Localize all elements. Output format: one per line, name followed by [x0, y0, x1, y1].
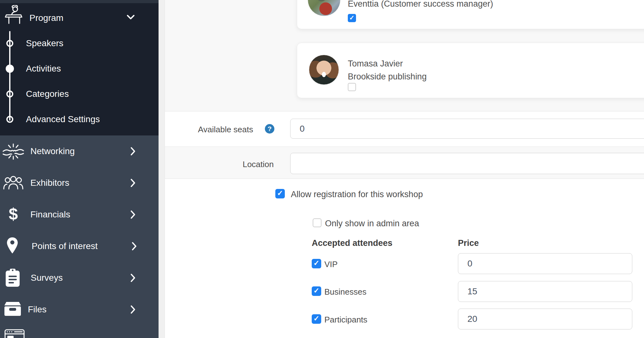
location-input[interactable] [290, 153, 644, 174]
dollar-icon: $ [4, 205, 22, 223]
sidebar-item-activities[interactable]: Activities [26, 64, 61, 74]
browser-window-icon [4, 329, 25, 338]
timeline-dot-categories [6, 91, 13, 97]
sidebar-item-surveys[interactable]: Surveys [31, 273, 63, 283]
chevron-right-icon[interactable] [130, 147, 135, 157]
chevron-right-icon[interactable] [130, 305, 135, 315]
people-group-icon [3, 175, 23, 192]
speaker-company: Brookside publishing [348, 72, 427, 82]
sidebar-item-networking[interactable]: Networking [30, 146, 75, 156]
sidebar-item-financials[interactable]: Financials [30, 210, 70, 220]
chevron-right-icon[interactable] [132, 242, 137, 252]
vip-label: VIP [324, 260, 338, 269]
timeline-dot-advanced-settings [6, 116, 13, 123]
allow-registration-label: Allow registration for this workshop [291, 190, 423, 199]
businesses-label: Businesses [324, 287, 366, 297]
archive-box-icon [4, 301, 22, 318]
available-seats-label: Available seats [184, 125, 253, 135]
participants-label: Participants [324, 315, 367, 325]
only-admin-label: Only show in admin area [325, 219, 419, 228]
location-label: Location [210, 160, 274, 169]
vip-price-input[interactable] [458, 253, 632, 274]
speaker-card-tomasa[interactable]: Tomasa Javier Brookside publishing [297, 43, 644, 98]
participants-checkbox[interactable] [312, 314, 321, 324]
timeline-dot-activities-active [6, 65, 14, 73]
main-content: Eventtia (Customer success manager) Toma… [165, 0, 644, 338]
speaker-name: Eventtia (Customer success manager) [348, 0, 493, 9]
content-gutter [159, 0, 165, 338]
speaker-select-checkbox[interactable] [348, 83, 356, 91]
only-admin-checkbox[interactable] [313, 218, 322, 227]
avatar [309, 55, 339, 85]
avatar [308, 0, 341, 16]
sidebar-item-speakers[interactable]: Speakers [26, 38, 63, 48]
timeline-dot-speakers [6, 40, 13, 47]
clipboard-icon [5, 268, 20, 289]
map-pin-icon [6, 237, 18, 256]
sidebar-item-advanced-settings[interactable]: Advanced Settings [26, 114, 100, 124]
businesses-checkbox[interactable] [312, 286, 321, 296]
available-seats-input[interactable] [290, 119, 644, 139]
chevron-right-icon[interactable] [130, 210, 135, 220]
sidebar-item-points-of-interest[interactable]: Points of interest [32, 241, 98, 251]
speaker-card-eventtia[interactable]: Eventtia (Customer success manager) [297, 0, 644, 29]
accepted-attendees-header: Accepted attendees [312, 238, 392, 248]
speaker-select-checkbox[interactable] [348, 14, 356, 22]
allow-registration-checkbox[interactable] [275, 189, 285, 198]
participants-price-input[interactable] [458, 309, 632, 329]
chevron-right-icon[interactable] [130, 178, 135, 189]
chevron-right-icon[interactable] [130, 273, 135, 284]
businesses-price-input[interactable] [458, 281, 632, 302]
sidebar-item-program[interactable]: Program [29, 13, 63, 23]
sidebar-top-strip [0, 0, 159, 3]
vip-checkbox[interactable] [312, 259, 321, 268]
sidebar: Program Speakers Activities Categories A… [0, 0, 159, 338]
podium-speaker-icon [4, 5, 24, 27]
speaker-name: Tomasa Javier [348, 59, 403, 69]
fist-bump-icon [3, 142, 24, 163]
sidebar-item-categories[interactable]: Categories [26, 89, 69, 99]
question-help-icon[interactable]: ? [265, 124, 274, 134]
price-header: Price [458, 238, 479, 248]
sidebar-item-exhibitors[interactable]: Exhibitors [30, 178, 69, 188]
sidebar-item-files[interactable]: Files [28, 304, 47, 315]
chevron-down-icon[interactable] [127, 15, 135, 21]
